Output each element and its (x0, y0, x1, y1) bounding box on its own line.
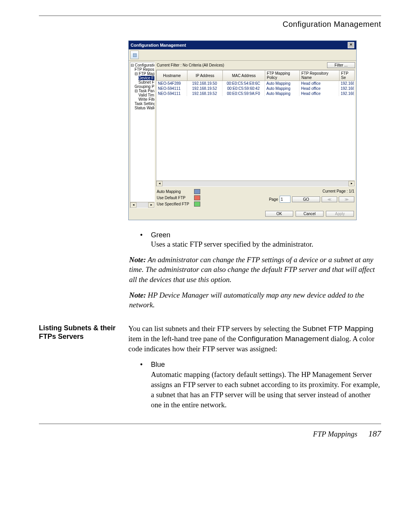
footer-section: FTP Mappings (313, 430, 357, 438)
grid-scrollbar[interactable]: ◂▸ (156, 181, 355, 186)
device-grid: Hostname IP Address MAC Address FTP Mapp… (156, 70, 355, 187)
tree-valid-time[interactable]: Valid Time and Timeout (131, 93, 154, 97)
table-row[interactable]: NEO-54F289192.168.19.5000:E0:C5:54:E8:6C… (156, 81, 355, 86)
page-input[interactable] (280, 196, 290, 203)
col-hostname[interactable]: Hostname (156, 70, 187, 81)
table-row[interactable]: NEO-594111192.168.19.5200:E0:C5:59:60:42… (156, 86, 355, 91)
tree-ftp-repositories[interactable]: FTP Repositories (131, 67, 154, 72)
dialog-footer: OK Cancel Apply (129, 209, 356, 220)
toolbar-icon[interactable]: ▤ (130, 51, 139, 59)
dialog-toolbar: ▤ (129, 49, 356, 61)
legend-swatch-red (194, 195, 200, 200)
grid-scroll-left-icon[interactable]: ◂ (156, 181, 163, 186)
grid-scroll-right-icon[interactable]: ▸ (348, 181, 355, 186)
current-page-label: Current Page : 1/1 (322, 189, 354, 193)
tree-task-parameters[interactable]: Task Parameters (131, 89, 154, 93)
current-filter-label: Current Filter : No Criteria (All Device… (157, 63, 224, 67)
ok-button[interactable]: OK (265, 211, 293, 217)
page-header-title: Configuration Management (39, 20, 381, 29)
tree-root[interactable]: Configuration Management (131, 63, 154, 67)
page-label: Page (269, 197, 278, 202)
tree-status-walker[interactable]: Status Walker Configuration (131, 106, 154, 110)
col-repo[interactable]: FTP Repository Name (300, 70, 340, 81)
table-row[interactable]: NEO-594111192.168.19.5200:E0:C5:59:9A:F0… (156, 91, 355, 96)
dialog-titlebar: Configuration Management × (129, 41, 356, 49)
note-1: Note: An administrator can change the FT… (129, 255, 381, 285)
pager: Page GO ≪ ≫ (269, 196, 354, 203)
scroll-left-icon[interactable]: ◂ (130, 202, 136, 208)
close-icon[interactable]: × (348, 42, 354, 48)
dialog-title: Configuration Management (131, 43, 186, 47)
apply-button[interactable]: Apply (326, 211, 354, 217)
col-policy[interactable]: FTP Mapping Policy (265, 70, 300, 81)
legend-swatch-green (194, 202, 200, 207)
legend-auto-label: Auto Mapping (157, 189, 192, 194)
section-heading: Listing Subnets & their FTPs Servers (39, 324, 128, 354)
col-ftpse[interactable]: FTP Se (340, 70, 355, 81)
col-mac[interactable]: MAC Address (223, 70, 265, 81)
legend: Auto Mapping Use Default FTP Use Specifi… (157, 189, 200, 207)
col-ip[interactable]: IP Address (187, 70, 223, 81)
grid-header: Hostname IP Address MAC Address FTP Mapp… (156, 70, 355, 81)
legend-specified-label: Use Specified FTP (157, 202, 192, 206)
bullet-green-desc: Uses a static FTP server specified by th… (151, 239, 381, 249)
footer-page-number: 187 (368, 429, 381, 439)
tree-task-settings[interactable]: Task Settings (131, 102, 154, 106)
tree-device-ftp-mapping[interactable]: Device FTP Mapping (138, 76, 155, 80)
next-page-button[interactable]: ≫ (339, 196, 354, 202)
section-paragraph: You can list subnets and their FTP serve… (128, 324, 381, 354)
right-pane: Current Filter : No Criteria (All Device… (156, 62, 355, 208)
tree-ftp-mappings[interactable]: FTP Mappings (131, 72, 154, 76)
tree-grouping-property[interactable]: Grouping Property Name (131, 84, 154, 89)
tree-subnet-ftp-mapping[interactable]: Subnet FTP Mapping (131, 80, 154, 84)
cancel-button[interactable]: Cancel (296, 211, 324, 217)
bullet-blue-desc: Automatic mapping (factory default setti… (151, 370, 381, 410)
config-management-dialog: Configuration Management × ▤ Configurati… (128, 40, 357, 220)
tree-pane[interactable]: Configuration Management FTP Repositorie… (130, 62, 155, 208)
note-2: Note: HP Device Manager will automatical… (129, 290, 381, 310)
scroll-right-icon[interactable]: ▸ (148, 202, 154, 208)
bullet-green-label: Green (151, 231, 170, 239)
legend-swatch-blue (194, 189, 200, 194)
bullet-blue-label: Blue (151, 361, 165, 369)
tree-write-filter[interactable]: Write Filter Policy Setting (131, 97, 154, 102)
filter-button[interactable]: Filter ... (327, 62, 355, 68)
tree-scrollbar[interactable]: ◂▸ (130, 202, 154, 208)
page-footer: FTP Mappings 187 (39, 429, 381, 439)
go-button[interactable]: GO (292, 196, 320, 202)
legend-default-label: Use Default FTP (157, 196, 192, 200)
prev-page-button[interactable]: ≪ (322, 196, 337, 202)
